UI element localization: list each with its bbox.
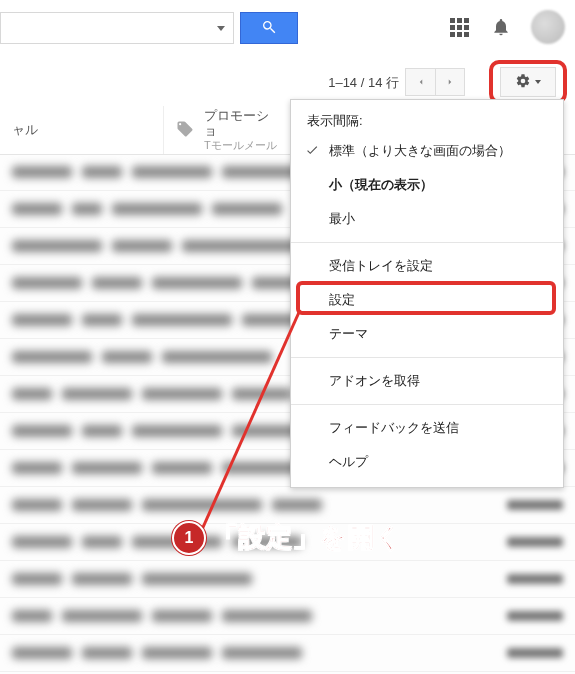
- page-prev-button[interactable]: [405, 68, 435, 96]
- menu-separator: [291, 242, 563, 243]
- menu-item-settings[interactable]: 設定: [291, 283, 563, 317]
- tag-icon: [176, 120, 194, 141]
- menu-item-send-feedback[interactable]: フィードバックを送信: [291, 411, 563, 445]
- settings-menu: 表示間隔: 標準（より大きな画面の場合） 小（現在の表示） 最小 受信トレイを設…: [290, 99, 564, 488]
- tab-sublabel: Tモールメール: [204, 139, 281, 152]
- menu-item-density-comfortable[interactable]: 標準（より大きな画面の場合）: [291, 134, 563, 168]
- search-box[interactable]: [0, 12, 234, 44]
- menu-item-configure-inbox[interactable]: 受信トレイを設定: [291, 249, 563, 283]
- menu-item-label: テーマ: [329, 326, 368, 341]
- mail-row-blurred: [0, 598, 575, 635]
- menu-item-label: ヘルプ: [329, 454, 368, 469]
- menu-item-label: 受信トレイを設定: [329, 258, 433, 273]
- menu-item-label: 標準（より大きな画面の場合）: [329, 143, 511, 158]
- menu-item-label: 設定: [329, 292, 355, 307]
- tab-label: ャル: [12, 122, 38, 138]
- menu-item-label: アドオンを取得: [329, 373, 420, 388]
- mail-row-blurred: [0, 635, 575, 672]
- page-next-button[interactable]: [435, 68, 465, 96]
- menu-item-help[interactable]: ヘルプ: [291, 445, 563, 479]
- settings-highlight-frame: [489, 60, 567, 104]
- menu-section-header: 表示間隔:: [291, 106, 563, 134]
- tab-social[interactable]: ャル: [0, 106, 164, 154]
- top-bar: [0, 0, 575, 59]
- mail-row-blurred: [0, 561, 575, 598]
- menu-item-density-compact[interactable]: 最小: [291, 202, 563, 236]
- menu-item-themes[interactable]: テーマ: [291, 317, 563, 351]
- notifications-bell-icon[interactable]: [489, 15, 513, 39]
- menu-item-label: フィードバックを送信: [329, 420, 459, 435]
- menu-item-density-cozy[interactable]: 小（現在の表示）: [291, 168, 563, 202]
- search-button[interactable]: [240, 12, 298, 44]
- apps-grid-icon[interactable]: [447, 15, 471, 39]
- menu-item-get-addons[interactable]: アドオンを取得: [291, 364, 563, 398]
- search-input[interactable]: [1, 14, 209, 42]
- annotation-text: 「設定」を開く: [212, 520, 403, 555]
- tab-label: プロモーショ: [204, 108, 281, 139]
- annotation-callout: 1 「設定」を開く: [172, 520, 403, 555]
- tab-promotions[interactable]: プロモーショ Tモールメール: [164, 106, 294, 154]
- chevron-right-icon: [445, 75, 455, 90]
- search-icon: [261, 19, 277, 38]
- mail-row-blurred: [0, 487, 575, 524]
- search-options-caret-icon[interactable]: [217, 26, 225, 31]
- settings-gear-button[interactable]: [500, 67, 556, 97]
- chevron-left-icon: [416, 75, 426, 90]
- menu-separator: [291, 357, 563, 358]
- page-counter: 1–14 / 14 行: [328, 74, 399, 92]
- annotation-step-badge: 1: [172, 521, 206, 555]
- caret-down-icon: [535, 80, 541, 84]
- menu-item-label: 小（現在の表示）: [329, 177, 433, 192]
- menu-item-label: 最小: [329, 211, 355, 226]
- account-avatar-icon[interactable]: [531, 10, 565, 44]
- gear-icon: [515, 73, 531, 92]
- check-icon: [305, 143, 319, 157]
- menu-separator: [291, 404, 563, 405]
